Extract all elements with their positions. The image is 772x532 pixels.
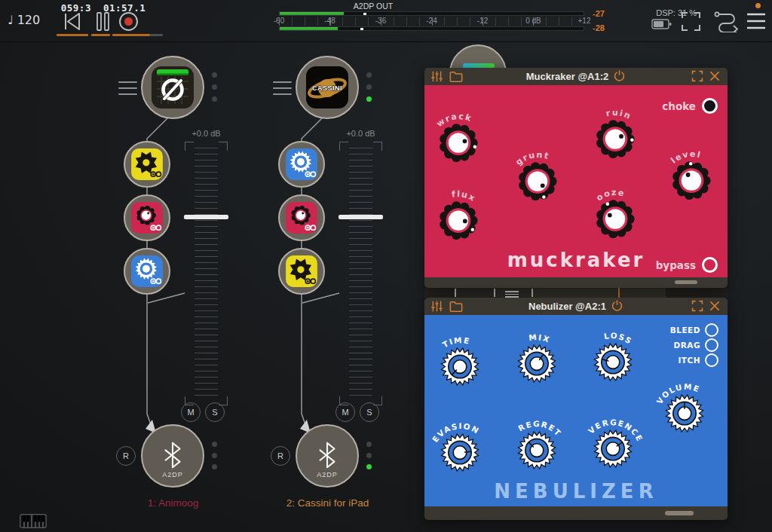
bleed-label: BLEED <box>670 326 700 335</box>
effect-node-muckraker[interactable] <box>278 194 325 241</box>
menu-icon[interactable] <box>746 12 766 33</box>
background-strip <box>424 288 728 298</box>
fullscreen-icon[interactable] <box>681 11 701 35</box>
battery-icon <box>651 18 672 33</box>
channel-fader[interactable] <box>339 142 382 405</box>
knob-time[interactable]: TIME <box>430 329 490 393</box>
pause-button[interactable] <box>96 12 111 34</box>
knob-ooze[interactable]: ooze <box>585 182 645 245</box>
record-arm-button[interactable]: R <box>116 446 136 466</box>
knob-evasion[interactable]: EVASION <box>430 415 490 478</box>
svg-text:CASSINI: CASSINI <box>312 84 342 92</box>
meter-scale-label: -24 <box>424 17 438 25</box>
svg-text:flux: flux <box>449 187 478 204</box>
effect-node-gear-yellow[interactable] <box>278 248 325 295</box>
peak-value-right: -28 <box>593 23 605 32</box>
peak-value-left: -27 <box>593 9 605 18</box>
bypass-toggle[interactable] <box>702 257 718 273</box>
effect-node-nebulizer[interactable] <box>124 248 170 295</box>
bluetooth-icon <box>165 443 179 467</box>
mixer-effect-icon <box>130 148 164 181</box>
nebulizer-logo: NEBULIZER <box>424 480 728 503</box>
fader-ticks <box>349 148 372 399</box>
status-dot <box>366 84 372 90</box>
knob-vergence[interactable]: VERGENCE <box>583 411 643 475</box>
nebulizer-header[interactable]: Nebulizer @A2:1 <box>424 298 728 315</box>
mute-button[interactable]: M <box>181 402 201 422</box>
channel-name[interactable]: 2: Cassini for iPad <box>250 497 405 509</box>
routing-icon[interactable] <box>714 11 740 35</box>
resize-handle[interactable] <box>665 511 694 515</box>
meter-scale-label: -12 <box>476 17 489 25</box>
channel-name[interactable]: 1: Animoog <box>96 497 250 509</box>
muckraker-window: Muckraker @A1:2 wrack ruin grunt flux oo… <box>424 68 728 288</box>
knob-regret[interactable]: REGRET <box>507 413 567 476</box>
record-button[interactable] <box>118 11 139 35</box>
itch-label: ITCH <box>678 356 700 365</box>
cassini-app-icon: CASSINI <box>305 66 349 109</box>
resize-handle[interactable] <box>675 280 697 284</box>
solo-button[interactable]: S <box>205 402 225 422</box>
playhead-line <box>618 288 620 298</box>
drag-toggle[interactable] <box>705 338 718 352</box>
bleed-toggle[interactable] <box>705 323 718 337</box>
status-dot <box>366 464 372 469</box>
knob-mix[interactable]: MIX <box>507 326 567 390</box>
fader-handle[interactable] <box>339 215 383 219</box>
source-node[interactable]: CASSINI <box>296 56 359 119</box>
quarter-note-icon: ♩ <box>8 13 14 27</box>
status-dot <box>366 72 372 78</box>
fader-handle[interactable] <box>184 215 228 219</box>
choke-toggle[interactable] <box>702 98 718 114</box>
knob-grunt[interactable]: grunt <box>507 144 568 207</box>
drag-label: DRAG <box>673 341 700 350</box>
meter-scale-label: -36 <box>374 17 388 25</box>
power-icon[interactable] <box>613 69 626 84</box>
svg-text:MIX: MIX <box>528 332 552 344</box>
power-icon[interactable] <box>611 299 623 314</box>
knob-flux[interactable]: flux <box>428 183 489 246</box>
knob-volume[interactable]: VOLUME <box>654 376 715 439</box>
mute-button[interactable]: M <box>335 402 355 422</box>
keyboard-icon[interactable] <box>20 514 47 531</box>
meter-scale-label: -48 <box>323 17 336 25</box>
expand-icon[interactable] <box>691 70 704 83</box>
muckraker-header[interactable]: Muckraker @A1:2 <box>424 68 728 85</box>
effect-node-muckraker[interactable] <box>124 194 170 241</box>
meter-label: A2DP OUT <box>324 2 422 11</box>
svg-text:A2DP: A2DP <box>317 471 337 478</box>
bypass-label: bypass <box>656 259 696 271</box>
channel-fader[interactable] <box>185 142 228 405</box>
nebulizer-panel: TIME MIX LOSS VOLUME EVASION REGRET VERG… <box>424 315 728 506</box>
close-icon[interactable] <box>709 300 721 313</box>
output-node[interactable]: A2DP <box>141 424 204 488</box>
source-node[interactable] <box>141 56 204 119</box>
meter-scale-label: +12 <box>577 17 593 25</box>
output-node[interactable]: A2DP <box>296 424 359 488</box>
effect-node-nebulizer[interactable] <box>278 141 325 188</box>
record-arm-button[interactable]: R <box>271 446 290 466</box>
itch-toggle[interactable] <box>705 353 718 367</box>
channel-strip-2: CASSINI+0.0 dBMSRA2DP2: Cassini for iPad <box>250 45 405 531</box>
knob-level[interactable]: level <box>661 143 721 206</box>
knob-ruin[interactable]: ruin <box>585 102 645 165</box>
muckraker-effect-icon <box>130 201 164 234</box>
status-dot <box>212 453 217 458</box>
meter-scale-label: 0 dB <box>524 17 543 25</box>
meter-scale: -60-48-36-24-120 dB+12 <box>279 17 584 26</box>
svg-text:TIME: TIME <box>440 333 473 350</box>
solo-button[interactable]: S <box>360 402 379 422</box>
knob-wrack[interactable]: wrack <box>428 105 489 169</box>
peak-dot-left <box>363 13 366 15</box>
knob-loss[interactable]: LOSS <box>583 325 643 388</box>
muckraker-footer <box>424 277 728 288</box>
muckraker-effect-icon <box>285 201 318 234</box>
rewind-button[interactable] <box>63 12 81 34</box>
tempo-display[interactable]: ♩ 120 <box>8 13 40 27</box>
status-dot <box>212 84 217 90</box>
expand-icon[interactable] <box>691 300 704 313</box>
status-dot <box>212 72 217 78</box>
nebulizer-effect-icon <box>130 255 164 288</box>
close-icon[interactable] <box>709 70 721 83</box>
effect-node-gear-yellow[interactable] <box>124 141 170 188</box>
